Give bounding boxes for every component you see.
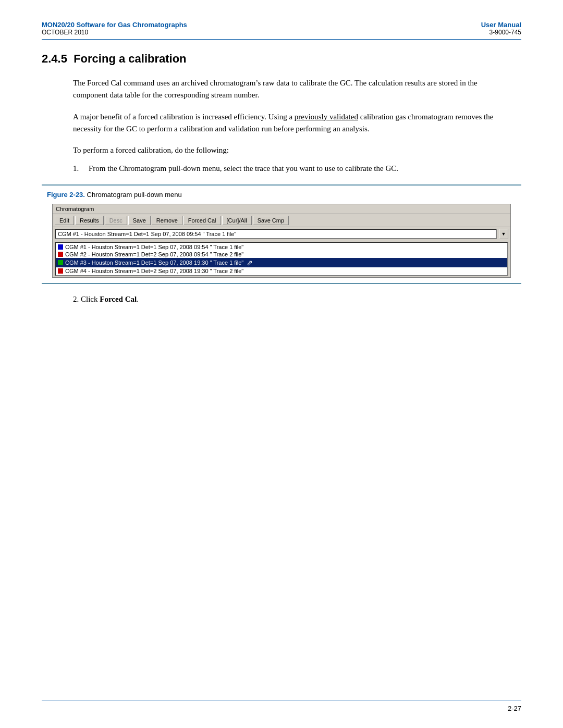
item-2-text: CGM #2 - Houston Stream=1 Det=2 Sep 07, …	[65, 251, 243, 257]
header-title-right: User Manual	[481, 21, 521, 29]
forced-cal-button[interactable]: Forced Cal	[183, 216, 221, 225]
trace-listbox[interactable]: CGM #1 - Houston Stream=1 Det=1 Sep 07, …	[55, 242, 508, 276]
save-cmp-button[interactable]: Save Cmp	[253, 216, 289, 225]
header-title-left: MON20/20 Software for Gas Chromatographs	[42, 21, 187, 29]
dialog-titlebar: Chromatogram	[53, 204, 510, 214]
item-4-text: CGM #4 - Houston Stream=1 Det=2 Sep 07, …	[65, 268, 243, 274]
item-4-color	[58, 268, 63, 274]
step-1-text: From the Chromatogram pull-down menu, se…	[89, 163, 398, 175]
footer-rule	[42, 700, 521, 700]
page-footer: 2-27	[42, 700, 521, 712]
list-item[interactable]: CGM #2 - Houston Stream=1 Det=2 Sep 07, …	[56, 251, 507, 258]
step-1-item: 1. From the Chromatogram pull-down menu,…	[73, 163, 500, 175]
forced-cal-label: Forced Cal	[100, 295, 137, 303]
item-1-text: CGM #1 - Houston Stream=1 Det=1 Sep 07, …	[65, 244, 243, 250]
list-item[interactable]: CGM #4 - Houston Stream=1 Det=2 Sep 07, …	[56, 267, 507, 275]
paragraph-1: The Forced Cal command uses an archived …	[73, 77, 500, 102]
header-right: User Manual 3-9000-745	[481, 21, 521, 36]
cursor-icon: ⇗	[247, 258, 253, 267]
step-1-number: 1.	[73, 163, 89, 175]
list-item[interactable]: CGM #1 - Houston Stream=1 Det=1 Sep 07, …	[56, 243, 507, 251]
section-title: Forcing a calibration	[74, 52, 186, 65]
paragraph-2: A major benefit of a forced calibration …	[73, 111, 500, 135]
dropdown-value: CGM #1 - Houston Stream=1 Det=1 Sep 07, …	[58, 231, 236, 237]
header-subtitle-right: 3-9000-745	[481, 29, 521, 36]
page-number: 2-27	[42, 705, 521, 712]
page-header: MON20/20 Software for Gas Chromatographs…	[42, 21, 521, 36]
header-rule	[42, 39, 521, 40]
header-left: MON20/20 Software for Gas Chromatographs…	[42, 21, 187, 36]
remove-button[interactable]: Remove	[152, 216, 182, 225]
step-2-para: 2. Click Forced Cal.	[73, 293, 521, 305]
item-2-color	[58, 252, 63, 257]
figure-caption: Figure 2-23. Chromatogram pull-down menu	[47, 191, 521, 199]
item-3-text: CGM #3 - Houston Stream=1 Det=1 Sep 07, …	[65, 260, 243, 266]
dropdown-row[interactable]: CGM #1 - Houston Stream=1 Det=1 Sep 07, …	[53, 227, 510, 241]
item-1-color	[58, 244, 63, 250]
cur-all-button[interactable]: [Cur]/All	[222, 216, 252, 225]
intro-para: To perform a forced calibration, do the …	[73, 144, 521, 156]
save-button[interactable]: Save	[128, 216, 151, 225]
dropdown-arrow[interactable]: ▼	[499, 229, 508, 239]
figure-container: Figure 2-23. Chromatogram pull-down menu…	[42, 184, 521, 284]
item-3-color	[58, 260, 63, 265]
figure-label: Figure 2-23.	[47, 191, 85, 199]
section-number: 2.4.5	[42, 52, 67, 65]
chromatogram-dialog: Chromatogram Edit Results Desc Save Remo…	[52, 204, 511, 278]
list-item[interactable]: CGM #3 - Houston Stream=1 Det=1 Sep 07, …	[56, 258, 507, 267]
edit-button[interactable]: Edit	[55, 216, 74, 225]
results-button[interactable]: Results	[75, 216, 104, 225]
desc-button[interactable]: Desc	[105, 216, 127, 225]
figure-caption-text: Chromatogram pull-down menu	[87, 191, 182, 199]
trace-dropdown[interactable]: CGM #1 - Houston Stream=1 Det=1 Sep 07, …	[55, 229, 497, 239]
header-subtitle-left: OCTOBER 2010	[42, 29, 187, 36]
section-heading: 2.4.5 Forcing a calibration	[42, 52, 521, 66]
dialog-toolbar[interactable]: Edit Results Desc Save Remove Forced Cal…	[53, 214, 510, 227]
